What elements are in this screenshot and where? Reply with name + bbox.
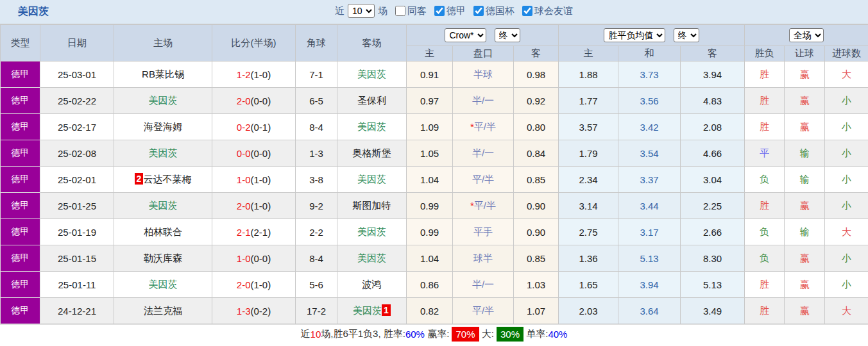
score-cell: 0-2(0-1) bbox=[212, 114, 296, 140]
avg-away-cell: 5.13 bbox=[681, 272, 745, 298]
home-team-cell: 美因茨 bbox=[114, 193, 212, 219]
dfb-pokal-checkbox[interactable] bbox=[473, 6, 484, 16]
table-row: 德甲25-02-08美因茨0-0(0-0)1-3奥格斯堡1.05半/一0.841… bbox=[1, 140, 868, 167]
odds-away-cell: 0.85 bbox=[514, 167, 559, 193]
result-cell: 胜 bbox=[745, 298, 785, 324]
handicap-result-cell: 输 bbox=[785, 167, 825, 193]
avg-home-cell: 2.75 bbox=[559, 219, 618, 245]
home-team-cell: 美因茨 bbox=[114, 272, 212, 298]
away-team-cell: 圣保利 bbox=[337, 88, 407, 114]
league-cell: 德甲 bbox=[1, 167, 40, 193]
odds-home-cell: 0.82 bbox=[407, 298, 453, 324]
summary-segment: 近 bbox=[301, 328, 311, 340]
odds-away-cell: 1.03 bbox=[514, 272, 559, 298]
date-cell: 25-01-19 bbox=[40, 219, 114, 245]
handicap-result-cell: 赢 bbox=[785, 298, 825, 324]
games-label: 场 bbox=[378, 5, 387, 17]
rank-badge: 1 bbox=[382, 304, 391, 316]
odds-away-cell: 0.90 bbox=[514, 193, 559, 219]
odds-time-select[interactable]: 终 bbox=[495, 28, 520, 42]
away-team-cell: 美因茨 bbox=[337, 167, 407, 193]
checkbox-same-venue[interactable]: 同客 bbox=[390, 5, 427, 17]
away-team-cell: 美因茨 bbox=[337, 245, 407, 272]
avg-draw-cell: 3.56 bbox=[618, 88, 681, 114]
rank-badge: 2 bbox=[135, 173, 144, 185]
table-row: 德甲24-12-21法兰克福1-3(0-2)17-2美因茨10.82平/半1.0… bbox=[1, 298, 868, 324]
handicap-cell: 半/一 bbox=[453, 140, 514, 167]
odds-company-select[interactable]: Crow* bbox=[445, 28, 486, 42]
table-row: 德甲25-01-15勒沃库森1-0(0-0)8-4美因茨1.04球半0.851.… bbox=[1, 245, 868, 272]
avg-time-select[interactable]: 终 bbox=[674, 28, 699, 42]
goals-cell: 小 bbox=[825, 193, 868, 219]
away-team-cell: 美因茨1 bbox=[337, 298, 407, 324]
score-cell: 0-0(0-0) bbox=[212, 140, 296, 167]
col-header-date: 日期 bbox=[40, 25, 114, 62]
goals-cell: 小 bbox=[825, 88, 868, 114]
odds-away-cell: 0.80 bbox=[514, 114, 559, 140]
match-table: 类型 日期 主场 比分(半场) 角球 客场 Crow* 终 胜平负均值 终 全场 bbox=[0, 24, 868, 324]
checkbox-dfb-pokal[interactable]: 德国杯 bbox=[468, 5, 515, 17]
goals-cell: 大 bbox=[825, 298, 868, 324]
avg-home-cell: 1.65 bbox=[559, 272, 618, 298]
summary-segment: 60% bbox=[405, 329, 425, 340]
corners-cell: 9-2 bbox=[296, 193, 337, 219]
avg-home-cell: 1.88 bbox=[559, 62, 618, 88]
away-team-cell: 美因茨 bbox=[337, 219, 407, 245]
league-cell: 德甲 bbox=[1, 272, 40, 298]
checkbox-bundesliga[interactable]: 德甲 bbox=[429, 5, 466, 17]
summary-bar: 近10场,胜6平1负3, 胜率:60% 赢率: 70% 大: 30% 单率:40… bbox=[0, 324, 868, 343]
col-header-score: 比分(半场) bbox=[212, 25, 296, 62]
summary-segment: 10 bbox=[311, 329, 321, 340]
avg-draw-cell: 3.94 bbox=[618, 272, 681, 298]
odds-away-cell: 0.85 bbox=[514, 245, 559, 272]
bundesliga-checkbox[interactable] bbox=[434, 6, 445, 16]
score-cell: 2-0(1-0) bbox=[212, 272, 296, 298]
avg-type-select[interactable]: 胜平负均值 bbox=[604, 28, 665, 42]
corners-cell: 8-4 bbox=[296, 245, 337, 272]
goals-cell: 小 bbox=[825, 167, 868, 193]
result-cell: 平 bbox=[745, 140, 785, 167]
avg-home-cell: 2.34 bbox=[559, 167, 618, 193]
match-history-panel: 美因茨 近 10 场 同客 德甲 德国杯 球会友谊 bbox=[0, 0, 868, 343]
score-cell: 1-0(1-0) bbox=[212, 167, 296, 193]
avg-away-cell: 3.94 bbox=[681, 62, 745, 88]
handicap-result-cell: 赢 bbox=[785, 193, 825, 219]
away-team-cell: 波鸿 bbox=[337, 272, 407, 298]
table-row: 德甲25-02-22美因茨2-0(0-0)6-5圣保利0.97半/一0.921.… bbox=[1, 88, 868, 114]
odds-home-cell: 0.97 bbox=[407, 88, 453, 114]
home-team-cell: 美因茨 bbox=[114, 88, 212, 114]
date-cell: 25-02-17 bbox=[40, 114, 114, 140]
league-cell: 德甲 bbox=[1, 114, 40, 140]
top-bar: 美因茨 近 10 场 同客 德甲 德国杯 球会友谊 bbox=[0, 0, 868, 24]
same-venue-checkbox[interactable] bbox=[395, 6, 405, 16]
home-team-cell: 法兰克福 bbox=[114, 298, 212, 324]
score-cell: 2-1(2-1) bbox=[212, 219, 296, 245]
away-team-cell: 奥格斯堡 bbox=[337, 140, 407, 167]
handicap-cell: 平/半 bbox=[453, 298, 514, 324]
goals-cell: 小 bbox=[825, 140, 868, 167]
scope-select[interactable]: 全场 bbox=[789, 28, 824, 42]
result-cell: 胜 bbox=[745, 272, 785, 298]
avg-draw-cell: 3.64 bbox=[618, 298, 681, 324]
recent-count-select[interactable]: 10 bbox=[348, 4, 375, 18]
odds-home-cell: 0.99 bbox=[407, 193, 453, 219]
checkbox-club-friendly[interactable]: 球会友谊 bbox=[517, 5, 573, 17]
result-cell: 负 bbox=[745, 245, 785, 272]
league-cell: 德甲 bbox=[1, 298, 40, 324]
avg-away-cell: 4.66 bbox=[681, 140, 745, 167]
table-row: 德甲25-01-25美因茨2-0(1-0)9-2斯图加特0.99*平/半0.90… bbox=[1, 193, 868, 219]
club-friendly-checkbox[interactable] bbox=[522, 6, 532, 16]
odds-away-cell: 0.84 bbox=[514, 140, 559, 167]
corners-cell: 1-3 bbox=[296, 140, 337, 167]
score-cell: 1-0(0-0) bbox=[212, 245, 296, 272]
odds-home-cell: 1.05 bbox=[407, 140, 453, 167]
corners-cell: 2-2 bbox=[296, 219, 337, 245]
summary-segment: 场,胜6平1负3, 胜率: bbox=[321, 328, 405, 340]
avg-home-cell: 3.14 bbox=[559, 193, 618, 219]
avg-draw-cell: 5.13 bbox=[618, 245, 681, 272]
avg-away-cell: 3.04 bbox=[681, 167, 745, 193]
date-cell: 24-12-21 bbox=[40, 298, 114, 324]
odds-home-cell: 1.04 bbox=[407, 167, 453, 193]
away-team-cell: 美因茨 bbox=[337, 114, 407, 140]
summary-segment: 30% bbox=[497, 327, 523, 342]
